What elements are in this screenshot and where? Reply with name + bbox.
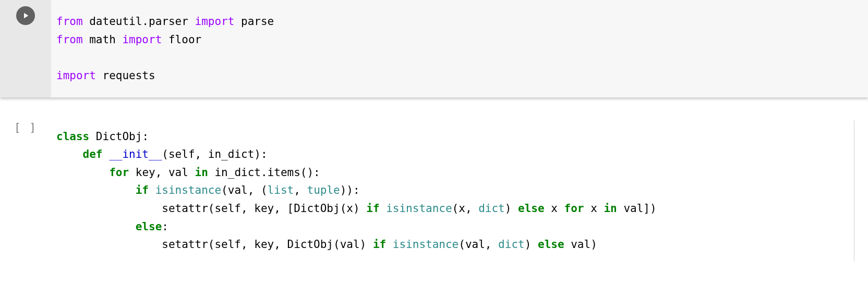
code-token: import bbox=[195, 15, 242, 28]
code-token: def bbox=[83, 148, 110, 160]
code-token: dict bbox=[498, 238, 525, 251]
code-cell[interactable]: from dateutil.parser import parse from m… bbox=[0, 0, 868, 97]
code-token: parse bbox=[241, 15, 274, 28]
code-token: x bbox=[551, 202, 564, 215]
cell-gutter bbox=[0, 0, 51, 97]
code-token: in bbox=[195, 166, 215, 179]
code-token: dateutil.parser bbox=[89, 15, 195, 28]
play-icon bbox=[21, 11, 30, 20]
code-token: in_dict.items(): bbox=[214, 166, 320, 179]
code-token: floor bbox=[168, 33, 201, 46]
code-token: key, val bbox=[136, 166, 195, 179]
code-token: else bbox=[518, 202, 551, 215]
code-token: else bbox=[136, 220, 162, 233]
code-token: (val, ( bbox=[221, 184, 268, 196]
code-token: isinstance bbox=[155, 184, 221, 196]
code-token: (x, bbox=[452, 202, 479, 215]
code-token: class bbox=[56, 130, 96, 143]
code-token: import bbox=[56, 69, 103, 82]
code-editor[interactable]: from dateutil.parser import parse from m… bbox=[51, 5, 868, 92]
code-editor[interactable]: class DictObj: def __init__(self, in_dic… bbox=[51, 120, 854, 261]
code-token: else bbox=[538, 238, 571, 251]
code-token: if bbox=[136, 184, 155, 196]
code-token bbox=[56, 184, 136, 196]
code-token: val]) bbox=[623, 202, 656, 215]
code-token: if bbox=[366, 202, 386, 215]
code-token bbox=[56, 166, 109, 179]
code-token bbox=[56, 148, 83, 160]
code-token: , bbox=[294, 184, 307, 196]
code-token: ) bbox=[505, 202, 518, 215]
code-token: dict bbox=[478, 202, 505, 215]
code-token: (val, bbox=[459, 238, 498, 251]
code-token: setattr(self, key, [DictObj(x) bbox=[56, 202, 366, 215]
code-token: from bbox=[56, 33, 89, 46]
code-token: : bbox=[162, 220, 168, 233]
execution-indicator: [ ] bbox=[14, 121, 37, 134]
run-cell-button[interactable] bbox=[16, 6, 35, 25]
code-token: for bbox=[109, 166, 136, 179]
code-token: list bbox=[268, 184, 294, 196]
code-token: (self, in_dict): bbox=[162, 148, 267, 160]
code-token: for bbox=[564, 202, 591, 215]
code-token: ) bbox=[525, 238, 538, 251]
code-token bbox=[56, 220, 136, 233]
code-token: from bbox=[56, 15, 89, 28]
cell-gutter: [ ] bbox=[0, 120, 51, 134]
code-token: isinstance bbox=[386, 202, 452, 215]
code-token: x bbox=[590, 202, 604, 215]
code-token: )): bbox=[340, 184, 360, 196]
code-token: : bbox=[142, 130, 149, 143]
code-token: requests bbox=[103, 69, 155, 82]
code-token: math bbox=[89, 33, 122, 46]
code-token: tuple bbox=[307, 184, 340, 196]
code-token: val) bbox=[571, 238, 597, 251]
code-token: isinstance bbox=[393, 238, 459, 251]
code-token: in bbox=[604, 202, 623, 215]
code-cell[interactable]: [ ] class DictObj: def __init__(self, in… bbox=[0, 117, 868, 261]
code-token: if bbox=[373, 238, 393, 251]
code-token: __init__ bbox=[109, 148, 162, 160]
code-token: import bbox=[122, 33, 168, 46]
code-token: DictObj bbox=[96, 130, 142, 143]
code-token: setattr(self, key, DictObj(val) bbox=[56, 238, 373, 251]
